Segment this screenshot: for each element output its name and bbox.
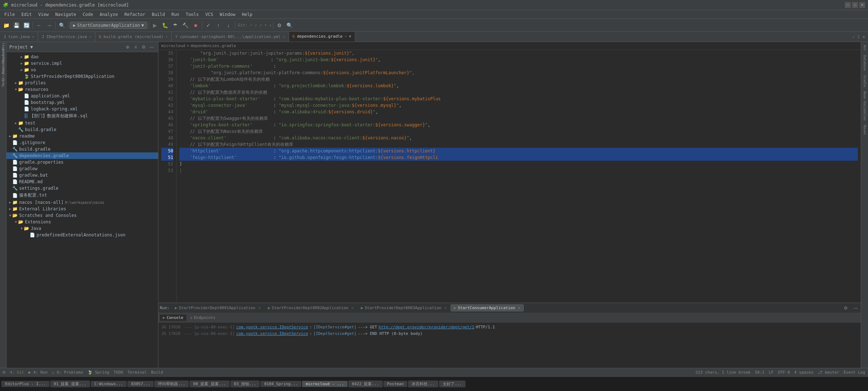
bean-validation-icon[interactable]: Bean Validation xyxy=(862,90,867,122)
tab-build-gradle-mc[interactable]: G build.gradle (microcloud) × xyxy=(95,32,172,42)
maximize-button[interactable]: □ xyxy=(852,2,858,8)
run-tab-close-8001[interactable]: × xyxy=(258,306,261,310)
menu-view[interactable]: View xyxy=(35,11,52,18)
run-tab-8001[interactable]: ▶ StartProviderDept8001Application × xyxy=(172,304,264,311)
close-search-icon[interactable]: × xyxy=(863,34,865,39)
stop-button[interactable]: ■ xyxy=(191,21,200,30)
menu-run[interactable]: Run xyxy=(169,11,182,18)
menu-help[interactable]: Help xyxy=(239,11,255,18)
tree-item-extensions[interactable]: ▼ 📂 Extensions xyxy=(7,219,158,225)
taskbar-call-helper[interactable]: 呼叫帮助器... xyxy=(154,381,189,387)
taskbar-83057[interactable]: 83057... xyxy=(127,381,154,387)
open-button[interactable]: 📁 xyxy=(1,21,11,30)
tab-ideptservice[interactable]: J IDeptService.java × xyxy=(38,32,95,42)
code-editor[interactable]: "org.junit.jupiter:junit-jupiter-params:… xyxy=(176,50,861,303)
minimize-button[interactable]: ─ xyxy=(845,2,851,8)
debug-button[interactable]: 🐛 xyxy=(161,21,170,30)
console-service-link-1[interactable]: com.yootk.service.IDeptService xyxy=(236,324,308,331)
run-settings-btn[interactable]: ⚙ xyxy=(842,304,849,312)
status-terminal[interactable]: Terminal xyxy=(128,370,147,375)
status-problems[interactable]: ⚠ 6: Problems xyxy=(52,370,83,375)
tree-item-serviceimpl[interactable]: ▶ 📁 service.impl xyxy=(7,60,158,67)
tree-item-gitignore[interactable]: 📄 .gitignore xyxy=(7,139,158,146)
forward-button[interactable]: → xyxy=(44,21,54,30)
run-tab-close-8002[interactable]: × xyxy=(351,306,354,310)
status-spring[interactable]: 🍃 Spring xyxy=(88,370,109,375)
tree-item-application-yml[interactable]: 📄 application.yml xyxy=(7,93,158,99)
tree-item-readme-md[interactable]: 📄 README.md xyxy=(7,178,158,185)
search-button[interactable]: 🔍 xyxy=(57,21,67,30)
taskbar-postman[interactable]: Postman xyxy=(383,381,407,387)
close-button[interactable]: ✕ xyxy=(859,2,865,8)
structure-icon[interactable]: 7: Structure xyxy=(0,72,6,78)
tab-application-yml[interactable]: Y consumer-springboot-80\...\application… xyxy=(172,32,289,42)
run-tab-8003[interactable]: ▶ StartProviderDept8003Application × xyxy=(358,304,450,311)
tree-item-build-sub[interactable]: 🔧 build.gradle xyxy=(7,126,158,133)
menu-analyze[interactable]: Analyze xyxy=(97,11,121,18)
menu-edit[interactable]: Edit xyxy=(18,11,35,18)
gradle-side-icon[interactable]: Gradle xyxy=(862,74,867,89)
tree-item-scratches[interactable]: ▼ 📂 Scratches and Consoles xyxy=(7,212,158,219)
status-git[interactable]: 4: Git xyxy=(10,370,24,375)
tree-item-vo[interactable]: ▶ 📁 vo xyxy=(7,67,158,73)
back-button[interactable]: ← xyxy=(34,21,44,30)
save-button[interactable]: 💾 xyxy=(12,21,21,30)
run-button[interactable]: ▶ xyxy=(150,21,160,30)
git-update-button[interactable]: ↓ xyxy=(224,21,233,30)
taskbar-0422[interactable]: 0422_提案... xyxy=(348,381,383,387)
run-tab-close-consumer[interactable]: × xyxy=(518,306,521,310)
tab-dropdown-icon[interactable]: ▼ xyxy=(349,34,351,38)
taskbar-yootk[interactable]: 沐言科技... xyxy=(408,381,438,387)
web-icon[interactable]: Web xyxy=(0,80,6,85)
tree-item-logback[interactable]: 📄 logback-spring.xml xyxy=(7,106,158,112)
tree-item-profiles[interactable]: ▶ 📁 profiles xyxy=(7,80,158,86)
locate-file-btn[interactable]: ⊕ xyxy=(124,43,131,51)
tree-item-readme[interactable]: ▶ 📁 readme xyxy=(7,133,158,139)
tree-item-resources[interactable]: ▼ 📂 resources xyxy=(7,86,158,93)
tree-item-predefined-json[interactable]: 📄 predefinedExternalAnnotations.json xyxy=(7,232,158,238)
tab-tion-java[interactable]: J tion.java × xyxy=(0,32,38,42)
tree-item-sql[interactable]: 🗄 【部门】数据库创建脚本.sql xyxy=(7,112,158,120)
taskbar-0104-spring[interactable]: 0104_Spring... xyxy=(260,381,301,387)
taskbar-00-proposal[interactable]: 00_提案_提案... xyxy=(190,381,229,387)
panel-settings-btn[interactable]: ⚙ xyxy=(140,43,147,51)
tree-item-gradlew[interactable]: 📄 gradlew xyxy=(7,165,158,172)
settings-button[interactable]: ⚙ xyxy=(275,21,284,30)
tab-close-yml[interactable]: × xyxy=(283,35,285,39)
tab-close-deps[interactable]: × xyxy=(345,34,347,38)
tree-item-dao[interactable]: ▶ 📁 dao xyxy=(7,54,158,60)
menu-navigate[interactable]: Navigate xyxy=(52,11,79,18)
tree-item-build-root[interactable]: 🔧 build.gradle xyxy=(7,146,158,152)
taskbar-03-btn[interactable]: 03_按钮... xyxy=(230,381,260,387)
run-tab-close-8003[interactable]: × xyxy=(444,306,447,310)
run-tab-consumer[interactable]: ▶ StartConsumerApplication × xyxy=(451,304,524,311)
menu-tools[interactable]: Tools xyxy=(183,11,202,18)
taskbar-01-proposal[interactable]: 01_提案_提案... xyxy=(50,381,90,387)
run-config-selector[interactable]: ▶ StartConsumerApplication ▼ xyxy=(70,22,147,29)
database-icon[interactable]: Database xyxy=(862,54,867,72)
menu-build[interactable]: Build xyxy=(149,11,168,18)
tree-item-service-config[interactable]: 📄 服务配置.txt xyxy=(7,192,158,199)
status-event-log[interactable]: Event Log xyxy=(843,370,865,375)
status-todo[interactable]: TODO xyxy=(114,370,123,375)
tab-close-ideptservice[interactable]: × xyxy=(89,35,91,39)
tab-close-build-gradle-mc[interactable]: × xyxy=(166,35,168,39)
tree-item-bootstrap-yml[interactable]: 📄 bootstrap.yml xyxy=(7,99,158,106)
menu-vcs[interactable]: VCS xyxy=(203,11,216,18)
git-commit-button[interactable]: ✓ xyxy=(204,21,213,30)
sync-button[interactable]: 🔄 xyxy=(22,21,31,30)
tab-dependencies-gradle[interactable]: G dependencies.gradle × ▼ xyxy=(289,32,356,42)
tree-item-settings-gradle[interactable]: 🔧 settings.gradle xyxy=(7,185,158,192)
search-everywhere-button[interactable]: 🔍 xyxy=(285,21,294,30)
minimize-panel-btn[interactable]: — xyxy=(148,43,155,51)
status-run-btn[interactable]: ▶ 4: Run xyxy=(29,370,48,375)
tree-item-java[interactable]: ▼ 📂 Java xyxy=(7,225,158,232)
tree-item-nacos[interactable]: ▶ 📁 nacos [nacos-all] H:\workspace\nacos xyxy=(7,199,158,206)
console-service-link-2[interactable]: com.yootk.service.IDeptService xyxy=(236,331,308,337)
git-push-button[interactable]: ↑ xyxy=(214,21,223,30)
taskbar-editorplus[interactable]: EditorPlus - I... xyxy=(1,381,50,387)
console-tab-endpoints[interactable]: ⟡ Endpoints xyxy=(187,315,218,321)
tree-item-dependencies-gradle[interactable]: 🔧 dependencies.gradle xyxy=(7,152,158,159)
taskbar-microcloud[interactable]: microcloud - ... xyxy=(302,381,348,387)
run-tab-8002[interactable]: ▶ StartProviderDept8002Application × xyxy=(265,304,357,311)
